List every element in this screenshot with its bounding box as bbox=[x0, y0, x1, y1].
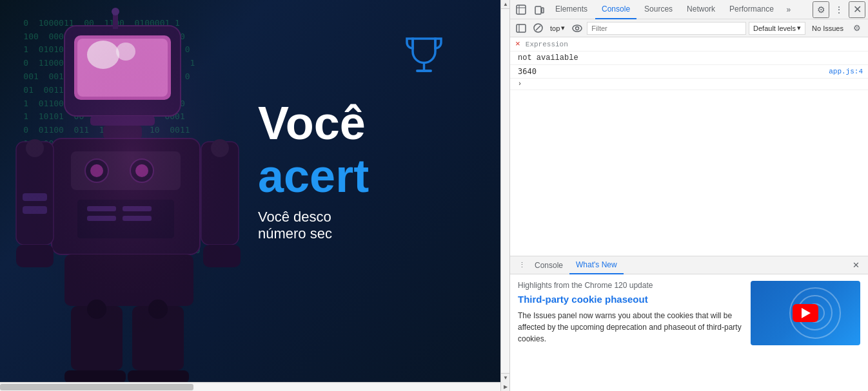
live-expressions-button[interactable] bbox=[570, 21, 584, 35]
subtitle-line1: Você desco bbox=[258, 209, 503, 225]
subtitle-line2: número sec bbox=[258, 225, 503, 242]
levels-dropdown-icon: ▾ bbox=[797, 24, 801, 32]
devtools-tab-bar: Elements Console Sources Network Perform… bbox=[510, 0, 868, 19]
webpage-text-area: Você acert Você desco número sec bbox=[258, 97, 503, 242]
expression-row: × Expression bbox=[510, 37, 868, 52]
expand-arrow[interactable]: › bbox=[518, 81, 522, 88]
levels-label: Default levels bbox=[753, 24, 796, 32]
more-tabs-button[interactable]: » bbox=[782, 1, 796, 18]
trophy-icon bbox=[403, 32, 445, 83]
whats-new-title: Third-party cookie phaseout bbox=[518, 294, 743, 305]
devtools-close-button[interactable]: ✕ bbox=[849, 1, 865, 18]
robot-figure bbox=[13, 6, 252, 386]
horizontal-scrollbar[interactable]: ▶ bbox=[0, 382, 509, 391]
webpage-panel: 0 1000011 00 1100 0100001 1 100 00001 1 … bbox=[0, 0, 509, 391]
youtube-play-button[interactable] bbox=[793, 304, 818, 322]
voce-heading: Você bbox=[258, 97, 503, 149]
context-selector[interactable]: top ▾ bbox=[547, 24, 567, 32]
scroll-down-button[interactable]: ▼ bbox=[501, 373, 509, 382]
svg-rect-35 bbox=[13, 6, 252, 386]
inspect-element-button[interactable] bbox=[513, 1, 529, 18]
whats-new-header: Highlights from the Chrome 120 update bbox=[518, 281, 743, 290]
clear-console-button[interactable] bbox=[531, 21, 545, 35]
console-settings-button[interactable]: ⚙ bbox=[850, 21, 864, 35]
whats-new-body: The Issues panel now warns you about the… bbox=[518, 310, 743, 345]
issues-label: No Issues bbox=[812, 24, 843, 32]
expression-close-button[interactable]: × bbox=[515, 39, 520, 49]
svg-rect-42 bbox=[542, 8, 544, 13]
context-dropdown-icon: ▾ bbox=[561, 24, 565, 32]
scrollbar-track-horizontal bbox=[0, 383, 509, 391]
whats-new-thumbnail[interactable] bbox=[751, 281, 860, 345]
bottom-panel: ⋮ Console What's New ✕ Highlights from t… bbox=[510, 256, 868, 391]
svg-rect-37 bbox=[416, 70, 432, 72]
svg-rect-38 bbox=[517, 5, 526, 14]
issues-button: No Issues bbox=[808, 22, 847, 35]
tab-performance[interactable]: Performance bbox=[723, 0, 780, 19]
tab-whats-new[interactable]: What's New bbox=[569, 256, 624, 274]
log-row-not-available: not available bbox=[510, 52, 868, 65]
tab-network[interactable]: Network bbox=[680, 0, 722, 19]
log-levels-button[interactable]: Default levels ▾ bbox=[749, 22, 805, 35]
whats-new-content: Highlights from the Chrome 120 update Th… bbox=[510, 274, 868, 391]
device-toolbar-button[interactable] bbox=[531, 1, 547, 18]
console-toolbar: top ▾ Default levels ▾ No Issues ⚙ bbox=[510, 19, 868, 37]
tab-elements[interactable]: Elements bbox=[549, 0, 594, 19]
devtools-panel: Elements Console Sources Network Perform… bbox=[509, 0, 868, 391]
whats-new-text-area: Highlights from the Chrome 120 update Th… bbox=[518, 281, 743, 385]
bottom-more-button[interactable]: ⋮ bbox=[515, 257, 528, 274]
tab-sources[interactable]: Sources bbox=[638, 0, 679, 19]
log-row-3640: 3640 app.js:4 bbox=[510, 65, 868, 79]
svg-line-46 bbox=[536, 26, 540, 30]
vertical-scrollbar[interactable]: ▲ ▼ bbox=[500, 0, 509, 382]
console-filter-input[interactable] bbox=[587, 22, 746, 35]
bottom-panel-tabs: ⋮ Console What's New ✕ bbox=[510, 256, 868, 274]
context-label: top bbox=[550, 24, 560, 32]
expression-label: Expression bbox=[526, 41, 568, 48]
bottom-panel-close-button[interactable]: ✕ bbox=[849, 258, 863, 272]
svg-point-48 bbox=[576, 26, 579, 30]
log-source-link[interactable]: app.js:4 bbox=[829, 68, 863, 75]
scroll-right-button[interactable]: ▶ bbox=[500, 382, 509, 391]
svg-point-47 bbox=[573, 25, 582, 32]
acert-heading: acert bbox=[258, 149, 503, 202]
scrollbar-thumb-horizontal[interactable] bbox=[0, 384, 193, 390]
console-log-area: × Expression not available 3640 app.js:4… bbox=[510, 37, 868, 256]
log-value-not-available: not available bbox=[518, 53, 863, 62]
log-value-3640: 3640 bbox=[518, 67, 829, 76]
more-options-button[interactable]: ⋮ bbox=[831, 1, 847, 18]
tab-console-bottom[interactable]: Console bbox=[528, 256, 569, 274]
svg-rect-43 bbox=[517, 24, 526, 32]
tab-console[interactable]: Console bbox=[595, 0, 636, 19]
log-expand-row: › bbox=[510, 79, 868, 90]
svg-rect-41 bbox=[535, 6, 541, 14]
scroll-up-button[interactable]: ▲ bbox=[501, 0, 509, 9]
show-sidebar-button[interactable] bbox=[514, 21, 528, 35]
play-triangle bbox=[802, 308, 811, 318]
devtools-settings-button[interactable]: ⚙ bbox=[813, 1, 829, 18]
